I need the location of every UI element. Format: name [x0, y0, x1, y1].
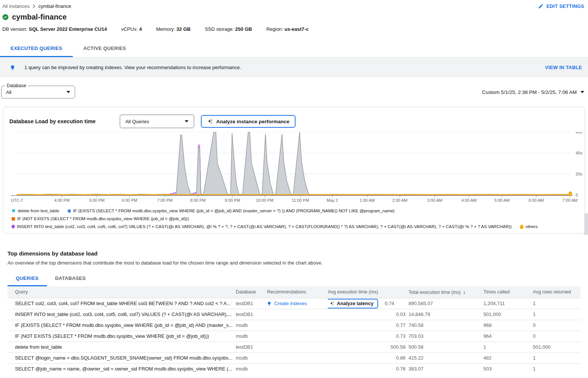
- svg-text:3:00 AM: 3:00 AM: [427, 198, 442, 203]
- query-text[interactable]: SELECT @job_name = name, @owner_sid = ow…: [8, 363, 236, 374]
- create-indexes-link[interactable]: Create indexes: [267, 301, 325, 307]
- chevron-right-icon: [33, 4, 35, 8]
- meta-label: Region:: [266, 26, 283, 32]
- edit-settings-label: EDIT SETTINGS: [546, 3, 584, 9]
- tab-active-queries[interactable]: ACTIVE QUERIES: [73, 41, 137, 57]
- column-header[interactable]: Recommendations: [267, 286, 328, 298]
- svg-text:7:00 AM: 7:00 AM: [562, 198, 577, 203]
- query-row[interactable]: IF (EXISTS (SELECT * FROM msdb.dbo.sysjo…: [8, 320, 580, 331]
- recommendation-cell: [267, 363, 328, 374]
- main-tabs: EXECUTED QUERIES ACTIVE QUERIES: [0, 41, 588, 57]
- query-row[interactable]: delete from test_tabletestDB1500.58500.5…: [8, 342, 580, 352]
- chevron-down-icon: [185, 120, 188, 122]
- column-header[interactable]: Avg rows returned: [533, 286, 580, 298]
- query-row[interactable]: SELECT @job_name = name, @owner_sid = ow…: [8, 363, 580, 374]
- chevron-down-icon: [66, 91, 70, 93]
- query-filter-value: All Queries: [125, 119, 149, 124]
- square-marker-icon: [12, 217, 15, 221]
- query-text[interactable]: INSERT INTO test_table (col2, col3, col4…: [8, 309, 236, 320]
- svg-text:2:00 AM: 2:00 AM: [392, 198, 407, 203]
- database-name: msdb: [236, 320, 267, 331]
- svg-text:11:00 PM: 11:00 PM: [292, 198, 309, 203]
- legend-item[interactable]: IF (EXISTS (SELECT * FROM msdb.dbo.sysjo…: [68, 209, 395, 213]
- query-text[interactable]: SELECT @login_name = dbo.SQLAGENT_SUSER_…: [8, 352, 236, 363]
- total-execution-time: 415.22: [409, 352, 484, 363]
- column-header[interactable]: Database: [236, 286, 267, 298]
- meta-item: Region: us-east7-c: [266, 26, 309, 32]
- legend-item[interactable]: ✖delete from test_table: [12, 209, 59, 213]
- time-range-select[interactable]: Custom 5/1/25, 2:38 PM - 5/2/25, 7:06 AM: [482, 89, 584, 95]
- tab-queries[interactable]: QUERIES: [8, 272, 47, 286]
- tab-databases[interactable]: DATABASES: [47, 272, 94, 286]
- meta-value: 4: [139, 26, 142, 32]
- column-header[interactable]: Query: [8, 286, 236, 298]
- analyze-latency-label: Analyze latency: [337, 301, 374, 306]
- legend-item[interactable]: others: [520, 224, 538, 229]
- times-called: 1,204,711: [484, 298, 533, 309]
- meta-item: DB version: SQL Server 2022 Enterprise C…: [2, 26, 107, 32]
- tab-executed-queries[interactable]: EXECUTED QUERIES: [0, 41, 73, 57]
- total-execution-time: 703.03: [409, 331, 484, 342]
- times-called: 1: [484, 342, 533, 352]
- lightbulb-icon: [10, 64, 15, 71]
- svg-text:60s: 60s: [576, 132, 582, 134]
- top-dimensions-section: Top dimensions by database load An overv…: [0, 234, 588, 266]
- query-text[interactable]: IF (EXISTS (SELECT * FROM msdb.dbo.sysjo…: [8, 320, 236, 331]
- query-text[interactable]: delete from test_table: [8, 342, 236, 352]
- edit-settings-button[interactable]: EDIT SETTINGS: [538, 3, 584, 9]
- database-name: testDB1: [236, 342, 267, 352]
- avg-rows-returned: 0: [533, 331, 580, 342]
- query-filter-select[interactable]: All Queries: [120, 115, 194, 128]
- query-text[interactable]: SELECT col2, col3, col4, col7 FROM test_…: [8, 298, 236, 309]
- breadcrumb-all-instances[interactable]: All instances: [2, 3, 30, 9]
- query-row[interactable]: INSERT INTO test_table (col2, col3, col4…: [8, 309, 580, 320]
- analyze-instance-performance-button[interactable]: Analyze instance performance: [201, 115, 296, 128]
- svg-text:6:00 PM: 6:00 PM: [122, 198, 137, 203]
- x-marker-icon: ✖: [12, 209, 15, 213]
- times-called: 964: [484, 331, 533, 342]
- banner-text: 1 query can be improved by creating inde…: [24, 65, 241, 70]
- avg-rows-returned: 501,000: [533, 342, 580, 352]
- svg-text:10:00 PM: 10:00 PM: [256, 198, 273, 203]
- analyze-latency-button[interactable]: Analyze latency: [328, 299, 378, 308]
- query-row[interactable]: IF (NOT EXISTS (SELECT * FROM msdb.dbo.s…: [8, 331, 580, 342]
- column-header[interactable]: Avg execution time (ms): [328, 286, 409, 298]
- database-load-chart[interactable]: UTC-74:00 PM5:00 PM6:00 PM7:00 PM8:00 PM…: [9, 132, 587, 205]
- meta-item: Memory: 32 GB: [156, 26, 191, 32]
- dimension-tabs: QUERIES DATABASES: [8, 272, 588, 286]
- legend-item[interactable]: IF (NOT EXISTS (SELECT * FROM msdb.dbo.s…: [12, 216, 189, 221]
- chevron-down-icon: [580, 91, 584, 93]
- analyze-instance-performance-label: Analyze instance performance: [216, 119, 289, 124]
- database-select[interactable]: Database All: [1, 86, 75, 98]
- legend-label: IF (NOT EXISTS (SELECT * FROM msdb.dbo.s…: [17, 216, 189, 221]
- top-dimensions-title: Top dimensions by database load: [8, 250, 584, 257]
- meta-value: us-east7-c: [285, 26, 309, 32]
- avg-execution-time: 500.58: [328, 342, 409, 352]
- meta-value: 250 GB: [235, 26, 252, 32]
- top-bar: All instances cymbal-finance EDIT SETTIN…: [0, 0, 588, 9]
- column-header[interactable]: Times called: [484, 286, 533, 298]
- vertical-scrollbar-thumb[interactable]: [584, 213, 588, 235]
- instance-meta-row: DB version: SQL Server 2022 Enterprise C…: [0, 21, 588, 32]
- svg-text:6:00 AM: 6:00 AM: [529, 198, 544, 203]
- recommendation-cell: [267, 342, 328, 352]
- view-in-table-button[interactable]: VIEW IN TABLE: [545, 65, 582, 70]
- total-execution-time: 500.58: [409, 342, 484, 352]
- chart-title: Database Load by execution time: [9, 118, 96, 124]
- breadcrumb: All instances cymbal-finance: [2, 3, 71, 9]
- svg-text:40s: 40s: [576, 151, 582, 155]
- total-execution-time: 14,846.79: [409, 309, 484, 320]
- legend-item[interactable]: INSERT INTO test_table (col2, col3, col4…: [12, 224, 512, 229]
- chart-legend: ✖delete from test_tableIF (EXISTS (SELEC…: [3, 206, 585, 230]
- total-execution-time: 740.58: [409, 320, 484, 331]
- sort-desc-icon: ↓: [463, 289, 466, 295]
- avg-execution-time: 0.77: [328, 320, 409, 331]
- query-text[interactable]: IF (NOT EXISTS (SELECT * FROM msdb.dbo.s…: [8, 331, 236, 342]
- legend-label: IF (EXISTS (SELECT * FROM msdb.dbo.sysjo…: [73, 209, 395, 213]
- query-row[interactable]: SELECT col2, col3, col4, col7 FROM test_…: [8, 298, 580, 309]
- avg-rows-returned: 1: [533, 298, 580, 309]
- query-row[interactable]: SELECT @login_name = dbo.SQLAGENT_SUSER_…: [8, 352, 580, 363]
- database-name: msdb: [236, 363, 267, 374]
- meta-label: DB version:: [2, 26, 27, 32]
- column-header[interactable]: Total execution time (ms)↓: [409, 286, 484, 298]
